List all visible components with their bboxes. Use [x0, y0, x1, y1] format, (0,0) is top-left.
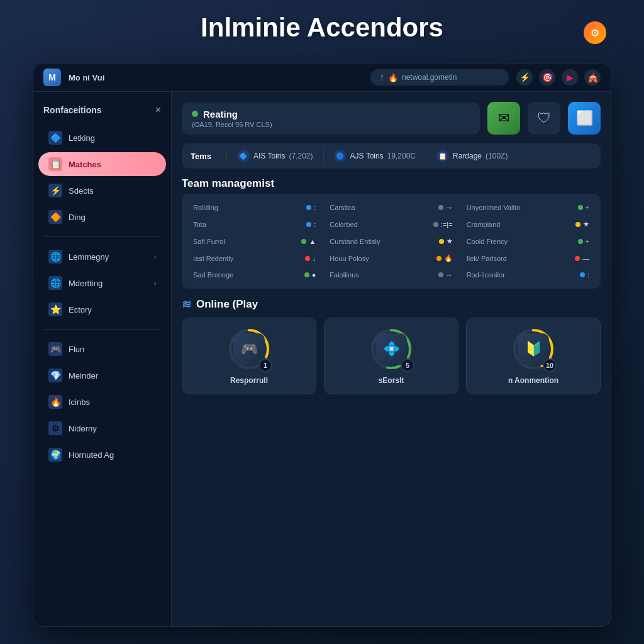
letking-icon: 🔷 — [48, 131, 62, 145]
card-resporrull[interactable]: 🎮 1 Resporrull — [182, 318, 316, 394]
mdertting-chevron: › — [154, 280, 156, 287]
team-grid: Roliding : Carstica → Unyonimed Valtio +… — [182, 194, 601, 289]
sidebar-item-matches[interactable]: 📋 Matches — [38, 152, 166, 176]
ding-icon: 🔶 — [48, 210, 62, 224]
card-ring-2: 💠 5 — [369, 327, 413, 371]
online-title-icon: ≋ — [182, 297, 191, 311]
sidebar-header: Ronfaceitions × — [33, 102, 171, 123]
card-count-3: 10 — [543, 358, 557, 372]
tab-icon-2: 🔵 — [334, 150, 347, 162]
matches-icon: 📋 — [48, 157, 62, 171]
app-window: M Mo ni Vui ↑ 🔥 netwoal.gometin ⚡ 🎯 ▶ 🎪 … — [33, 63, 611, 627]
table-row: Crampland ★ — [463, 218, 593, 231]
sidebar-item-niderny[interactable]: ⚙ Niderny — [38, 416, 166, 440]
sidebar-item-ding[interactable]: 🔶 Ding — [38, 205, 166, 229]
tab-divider-2 — [323, 150, 324, 162]
tabs-label: Tems — [191, 152, 211, 161]
sidebar-label-matches: Matches — [69, 160, 101, 169]
sidebar-label-mdertting: Mdertting — [69, 279, 103, 288]
sidebar-label-icinbs: Icinbs — [69, 397, 90, 407]
icon-play[interactable]: ▶ — [562, 69, 578, 86]
sidebar-label-ectory: Ectory — [69, 305, 92, 314]
sidebar-label-lemmegny: Lemmegny — [69, 252, 109, 262]
main-layout: Ronfaceitions × 🔷 Letking 📋 Matches ⚡ Sd… — [33, 92, 611, 626]
status-dot — [192, 111, 198, 117]
card-label-2: sEorslt — [379, 376, 404, 385]
sidebar-title: Ronfaceitions — [43, 105, 102, 115]
sidebar-close-button[interactable]: × — [155, 104, 161, 116]
table-row: Tota : — [189, 218, 319, 231]
shield-button[interactable]: 🛡 — [528, 102, 560, 135]
tab-ajs-toiris[interactable]: 🔵 AJS Toiris 19,200C — [334, 150, 416, 162]
title-icon: ⚙ — [584, 21, 606, 44]
table-row: Unyonimed Valtio + — [463, 201, 593, 214]
window-button[interactable]: ⬜ — [568, 102, 601, 135]
flun-icon: 🎮 — [48, 342, 62, 356]
icon-target[interactable]: 🎯 — [539, 69, 555, 86]
sidebar-item-sdects[interactable]: ⚡ Sdects — [38, 179, 166, 203]
table-row: Ilek/ Parlsord — — [463, 252, 593, 265]
sidebar-label-flun: Flun — [69, 345, 84, 354]
status-subtitle: (OA19, Recol 95 RV CLS) — [192, 121, 470, 128]
sidebar-item-ectory[interactable]: ⭐ Ectory — [38, 297, 166, 321]
app-name: Mo ni Vui — [69, 73, 104, 82]
sidebar-item-hornuted[interactable]: 🌍 Hornuted Ag — [38, 443, 166, 467]
online-play-section: ≋ Online (Play 🎮 1 Resporrull — [182, 297, 601, 394]
sidebar-label-letking: Letking — [69, 133, 95, 143]
status-title: Reating — [192, 109, 470, 119]
sdects-icon: ⚡ — [48, 184, 62, 197]
table-row: Houu Polosy 🔥 — [326, 252, 456, 265]
sidebar-item-icinbs[interactable]: 🔥 Icinbs — [38, 390, 166, 414]
mdertting-icon: 🌐 — [48, 276, 62, 290]
page-title: Inlminie Accendors — [13, 13, 631, 43]
table-row: Coold Frency + — [463, 235, 593, 248]
card-ring-3: 🔰 10 — [511, 327, 555, 371]
sidebar-label-meinder: Meinder — [69, 371, 98, 380]
card-ring-1: 🎮 1 — [227, 327, 271, 371]
meinder-icon: 💎 — [48, 369, 62, 382]
mail-button[interactable]: ✉ — [487, 102, 520, 135]
sidebar-item-letking[interactable]: 🔷 Letking — [38, 126, 166, 150]
card-label-1: Resporrull — [230, 376, 268, 385]
tab-icon-1: 🔷 — [237, 150, 250, 162]
address-text: netwoal.gometin — [402, 73, 457, 82]
sidebar-item-mdertting[interactable]: 🌐 Mdertting › — [38, 271, 166, 295]
address-bar[interactable]: ↑ 🔥 netwoal.gometin — [370, 69, 509, 86]
content-area: Reating (OA19, Recol 95 RV CLS) ✉ 🛡 ⬜ Te… — [172, 92, 611, 626]
lemmegny-icon: 🌐 — [48, 250, 62, 264]
table-row: Sad Brenoge ● — [189, 269, 319, 281]
table-row: Safi Furrol ▲ — [189, 235, 319, 248]
sidebar: Ronfaceitions × 🔷 Letking 📋 Matches ⚡ Sd… — [33, 92, 172, 626]
team-management-section: Team managemist Roliding : Carstica → Un… — [182, 177, 601, 289]
table-row: Roliding : — [189, 201, 319, 214]
icon-misc[interactable]: 🎪 — [584, 69, 601, 86]
table-row: Carstica → — [326, 201, 456, 214]
online-cards-grid: 🎮 1 Resporrull 💠 5 — [182, 318, 601, 394]
card-count-2: 5 — [401, 358, 414, 372]
status-badge: Reating (OA19, Recol 95 RV CLS) — [182, 103, 480, 135]
card-naonmention[interactable]: 🔰 10 n Aonmention — [466, 318, 601, 394]
lemmegny-chevron: › — [154, 253, 156, 260]
tab-divider-3 — [426, 150, 426, 162]
tab-ais-toiris[interactable]: 🔷 AIS Toiris (7,202) — [237, 150, 313, 162]
sidebar-item-meinder[interactable]: 💎 Meinder — [38, 364, 166, 387]
card-seorslt[interactable]: 💠 5 sEorslt — [324, 318, 458, 394]
tab-rardage[interactable]: 📋 Rardage (100Z) — [436, 150, 508, 162]
icon-lightning[interactable]: ⚡ — [516, 69, 533, 86]
sidebar-item-flun[interactable]: 🎮 Flun — [38, 337, 166, 361]
table-row: Faioliinus ↔ — [326, 269, 456, 281]
sidebar-label-hornuted: Hornuted Ag — [69, 450, 114, 460]
tab-icon-3: 📋 — [436, 150, 449, 162]
hornuted-icon: 🌍 — [48, 448, 62, 462]
icinbs-icon: 🔥 — [48, 395, 62, 409]
table-row: Curstand Entisly ★ — [326, 235, 456, 248]
sidebar-label-ding: Ding — [69, 213, 86, 222]
sidebar-divider-2 — [43, 329, 161, 330]
sidebar-label-niderny: Niderny — [69, 424, 97, 433]
tab-divider-1 — [226, 150, 227, 162]
sidebar-item-lemmegny[interactable]: 🌐 Lemmegny › — [38, 245, 166, 269]
table-row: Iast Redently ↓ — [189, 252, 319, 265]
title-bar-icons: ⚡ 🎯 ▶ 🎪 — [516, 69, 601, 86]
table-row: Colorbed :=|= — [326, 218, 456, 231]
ectory-icon: ⭐ — [48, 303, 62, 316]
